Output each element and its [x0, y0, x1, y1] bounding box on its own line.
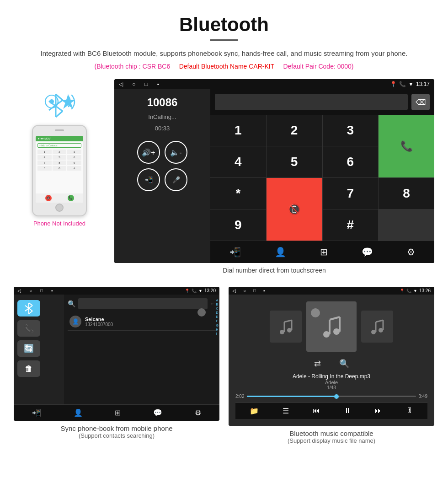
keypad-hash[interactable]: #	[323, 209, 379, 241]
pb-sync-sidebar-icon[interactable]: 🔄	[17, 340, 40, 357]
backspace-btn[interactable]: ⌫	[411, 94, 430, 110]
settings-icon[interactable]: ⚙	[407, 247, 415, 258]
bluetooth-icon	[44, 92, 67, 119]
title-underline	[210, 39, 238, 41]
pb-back-icon[interactable]: ◁	[17, 288, 21, 293]
messages-icon[interactable]: 💬	[362, 247, 373, 258]
phone-key-3[interactable]: 3	[67, 150, 81, 154]
music-folder-icon[interactable]: 📁	[250, 407, 259, 415]
pb-bottom-bar: 📲 👤 ⊞ 💬 ⚙	[14, 404, 219, 421]
phone-key-8[interactable]: 8	[53, 161, 67, 165]
pb-home-icon[interactable]: ○	[29, 288, 32, 293]
add-contacts-btn[interactable]: + Add to Contacts	[37, 143, 81, 148]
status-icons: 📍 📞 ▼ 13:17	[390, 81, 430, 87]
music-progress-dot[interactable]	[334, 394, 339, 399]
pb-contact-item[interactable]: 👤 Seicane 13241007000	[68, 313, 216, 331]
music-next-icon[interactable]: ⏭	[375, 407, 382, 415]
pb-recents-icon[interactable]: □	[40, 288, 43, 293]
search-music-icon[interactable]: 🔍	[339, 359, 349, 369]
music-status-time: 13:26	[419, 288, 431, 293]
pb-contacts-icon[interactable]: 👤	[74, 408, 83, 417]
keypad-5[interactable]: 5	[267, 146, 322, 177]
phone-key-hash[interactable]: #	[67, 166, 81, 171]
keypad-3[interactable]: 3	[323, 115, 379, 146]
music-scroll-dot[interactable]	[311, 308, 320, 317]
phone-screen-content: + Add to Contacts 1 2 3 4 5 6 7 8 9 * 0 …	[36, 141, 83, 193]
music-list-icon[interactable]: ☰	[283, 407, 289, 415]
phone-key-2[interactable]: 2	[53, 150, 67, 154]
phone-key-4[interactable]: 4	[37, 155, 52, 160]
music-progress-fill	[247, 396, 336, 397]
recent-calls-icon[interactable]: 📲	[229, 247, 241, 258]
pb-messages-icon[interactable]: 💬	[153, 408, 162, 417]
music-recents-icon[interactable]: □	[253, 288, 256, 293]
contacts-icon[interactable]: 👤	[275, 247, 286, 258]
transfer-btn[interactable]: 📲	[137, 168, 160, 191]
music-song-count: 1/48	[293, 385, 370, 390]
pb-settings-icon[interactable]: ⚙	[195, 408, 201, 417]
phone-call-btn[interactable]: 📞	[68, 195, 74, 201]
phone-key-1[interactable]: 1	[37, 150, 52, 154]
wifi-waves-icon	[66, 93, 80, 111]
volume-up-btn[interactable]: 🔊+	[137, 141, 160, 164]
top-section: ⦿★	[0, 75, 448, 282]
keypad-1[interactable]: 1	[210, 115, 266, 146]
pb-scroll-dot[interactable]	[197, 308, 206, 317]
call-button[interactable]: 📞	[379, 115, 434, 177]
music-progress-bar[interactable]	[247, 396, 416, 397]
phone-screen-footer: 📵 📞	[36, 193, 83, 203]
dial-input-field[interactable]	[215, 94, 408, 110]
notification-icon[interactable]: ▪	[157, 81, 159, 87]
music-screen: ◁ ○ □ ▪ 📍 📞 ▼ 13:26	[229, 287, 434, 426]
phone-key-6[interactable]: 6	[67, 155, 81, 160]
back-icon[interactable]: ◁	[119, 81, 123, 87]
pb-delete-sidebar-icon[interactable]: 🗑	[17, 360, 40, 377]
music-notification-icon[interactable]: ▪	[263, 288, 265, 293]
phone-key-0[interactable]: 0	[53, 166, 67, 171]
end-call-button[interactable]: 📵	[267, 178, 322, 241]
pb-recent-calls-icon[interactable]: 📲	[32, 408, 41, 417]
music-home-icon[interactable]: ○	[243, 288, 246, 293]
pb-main: 🔍 ← 👤 Seicane 13241007000	[64, 295, 219, 404]
dialpad-icon[interactable]: ⊞	[320, 247, 328, 258]
volume-down-btn[interactable]: 🔈-	[165, 141, 187, 164]
dial-controls: 🔊+ 🔈-	[121, 141, 203, 164]
keypad-star[interactable]: *	[210, 178, 266, 209]
mute-btn[interactable]: 🎤	[165, 168, 187, 191]
music-caption-sub: (Support display music file name)	[288, 437, 375, 444]
phone-end-call-btn[interactable]: 📵	[45, 195, 52, 201]
music-time-total: 3:49	[419, 394, 427, 399]
keypad-7[interactable]: 7	[323, 178, 379, 209]
keypad-9[interactable]: 9	[210, 209, 266, 241]
music-content: ⇄ 🔍 Adele - Rolling In the Deep.mp3 Adel…	[229, 295, 434, 426]
svg-line-3	[56, 111, 63, 117]
music-play-pause-icon[interactable]: ⏸	[344, 407, 351, 415]
phone-key-5[interactable]: 5	[53, 155, 67, 160]
pb-bluetooth-sidebar-icon[interactable]	[17, 300, 40, 317]
pb-contact-info: Seicane 13241007000	[85, 317, 113, 327]
music-back-icon[interactable]: ◁	[232, 288, 236, 293]
keypad-4[interactable]: 4	[210, 146, 266, 177]
music-note-icon-right	[368, 317, 386, 336]
pb-search-input[interactable]	[78, 298, 208, 309]
keypad-6[interactable]: 6	[323, 146, 379, 177]
recents-icon[interactable]: □	[144, 81, 148, 87]
pb-dialpad-icon[interactable]: ⊞	[115, 408, 121, 417]
pb-back-arrow-icon[interactable]: ←	[210, 300, 216, 307]
phone-key-star[interactable]: *	[37, 166, 52, 171]
spec-name: Default Bluetooth Name CAR-KIT	[179, 63, 274, 70]
keypad-8[interactable]: 8	[379, 178, 434, 209]
music-status-icons: 📍 📞 ▼ 13:26	[400, 288, 431, 293]
phone-home-button[interactable]	[55, 204, 64, 212]
home-icon[interactable]: ○	[132, 81, 135, 87]
pb-call-sidebar-icon[interactable]: 📞	[17, 320, 40, 337]
shuffle-icon[interactable]: ⇄	[314, 359, 321, 369]
phone-key-9[interactable]: 9	[67, 161, 81, 165]
music-prev-icon[interactable]: ⏮	[313, 407, 320, 415]
music-song-artist: Adele	[293, 380, 370, 385]
pb-notification-icon[interactable]: ▪	[51, 288, 53, 293]
keypad-2[interactable]: 2	[267, 115, 322, 146]
bottom-section: ◁ ○ □ ▪ 📍 📞 ▼ 13:20	[0, 287, 448, 444]
phone-key-7[interactable]: 7	[37, 161, 52, 165]
music-equalizer-icon[interactable]: 🎚	[406, 407, 413, 415]
